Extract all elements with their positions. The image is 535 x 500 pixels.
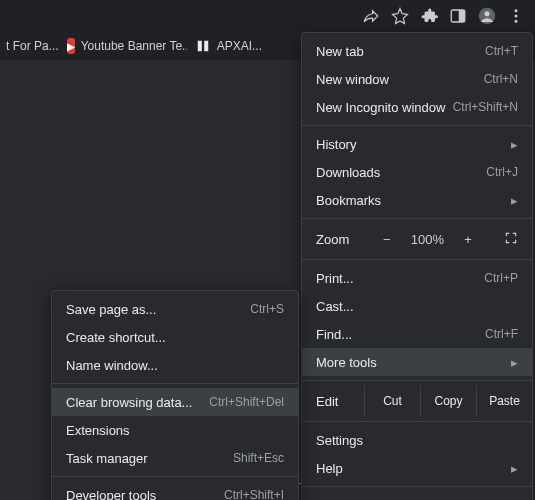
separator [302, 218, 532, 219]
favicon-apx-icon [195, 38, 211, 54]
zoom-out-button[interactable]: − [379, 232, 395, 247]
svg-rect-8 [204, 41, 208, 52]
menu-exit[interactable]: Exit [302, 491, 532, 500]
svg-rect-1 [459, 10, 465, 22]
submenu-extensions[interactable]: Extensions [52, 416, 298, 444]
svg-rect-7 [197, 41, 201, 52]
fullscreen-icon[interactable] [504, 231, 518, 248]
submenu-task-manager[interactable]: Task managerShift+Esc [52, 444, 298, 472]
separator [302, 421, 532, 422]
separator [302, 125, 532, 126]
more-tools-submenu: Save page as...Ctrl+S Create shortcut...… [51, 290, 299, 500]
chevron-right-icon: ▸ [511, 355, 518, 370]
share-icon[interactable] [362, 7, 380, 25]
menu-new-incognito[interactable]: New Incognito windowCtrl+Shift+N [302, 93, 532, 121]
menu-find[interactable]: Find...Ctrl+F [302, 320, 532, 348]
sidepanel-icon[interactable] [449, 7, 467, 25]
menu-help[interactable]: Help▸ [302, 454, 532, 482]
separator [302, 380, 532, 381]
chevron-right-icon: ▸ [511, 193, 518, 208]
separator [52, 383, 298, 384]
kebab-icon[interactable] [507, 7, 525, 25]
edit-paste-button[interactable]: Paste [476, 385, 532, 417]
submenu-clear-browsing-data[interactable]: Clear browsing data...Ctrl+Shift+Del [52, 388, 298, 416]
menu-print[interactable]: Print...Ctrl+P [302, 264, 532, 292]
zoom-in-button[interactable]: + [460, 232, 476, 247]
star-icon[interactable] [391, 7, 409, 25]
submenu-create-shortcut[interactable]: Create shortcut... [52, 323, 298, 351]
separator [302, 486, 532, 487]
menu-history[interactable]: History▸ [302, 130, 532, 158]
favicon-youtube-icon: ▶ [67, 38, 75, 54]
chevron-right-icon: ▸ [511, 461, 518, 476]
menu-new-window[interactable]: New windowCtrl+N [302, 65, 532, 93]
menu-settings[interactable]: Settings [302, 426, 532, 454]
edit-copy-button[interactable]: Copy [420, 385, 476, 417]
svg-point-5 [515, 15, 518, 18]
separator [302, 259, 532, 260]
edit-cut-button[interactable]: Cut [364, 385, 420, 417]
menu-edit: Edit Cut Copy Paste [302, 385, 532, 417]
submenu-save-page[interactable]: Save page as...Ctrl+S [52, 295, 298, 323]
menu-downloads[interactable]: DownloadsCtrl+J [302, 158, 532, 186]
submenu-name-window[interactable]: Name window... [52, 351, 298, 379]
chevron-right-icon: ▸ [511, 137, 518, 152]
browser-toolbar [362, 0, 535, 32]
svg-point-3 [484, 11, 489, 16]
zoom-value: 100% [411, 232, 444, 247]
menu-cast[interactable]: Cast... [302, 292, 532, 320]
extensions-icon[interactable] [420, 7, 438, 25]
menu-bookmarks[interactable]: Bookmarks▸ [302, 186, 532, 214]
bookmark-item[interactable]: ▶Youtube Banner Te... [67, 38, 187, 54]
menu-zoom: Zoom − 100% + [302, 223, 532, 255]
svg-point-4 [515, 9, 518, 12]
main-menu: New tabCtrl+T New windowCtrl+N New Incog… [301, 32, 533, 500]
avatar-icon[interactable] [478, 7, 496, 25]
menu-new-tab[interactable]: New tabCtrl+T [302, 37, 532, 65]
bookmark-item[interactable]: APXAI... [195, 38, 262, 54]
menu-more-tools[interactable]: More tools▸ [302, 348, 532, 376]
bookmark-item[interactable]: t For Pa... [6, 39, 59, 53]
submenu-developer-tools[interactable]: Developer toolsCtrl+Shift+I [52, 481, 298, 500]
svg-point-6 [515, 20, 518, 23]
separator [52, 476, 298, 477]
